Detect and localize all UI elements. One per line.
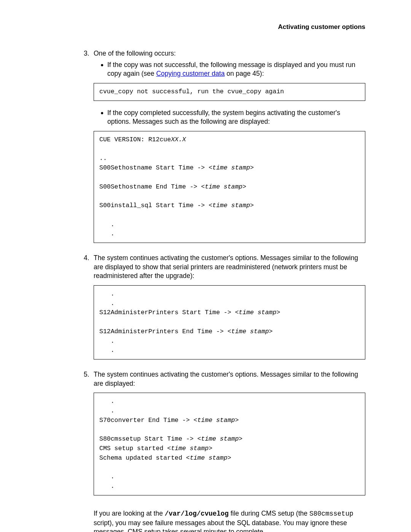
code-line: S12AdministerPrinters End Time -> bbox=[99, 328, 228, 335]
code-line: . bbox=[99, 300, 115, 307]
step-4-intro: The system continues activating the cust… bbox=[94, 254, 365, 281]
code-line: . bbox=[99, 407, 115, 414]
content-area: 3. One of the following occurs: ● If the… bbox=[84, 49, 365, 532]
bullet-icon: ● bbox=[100, 109, 107, 126]
step-4-number: 4. bbox=[84, 254, 94, 367]
code-line: . bbox=[99, 337, 115, 345]
step-5-code: . . S70converter End Time -> <time stamp… bbox=[94, 393, 365, 495]
step-5-note: If you are looking at the /var/log/cvuel… bbox=[94, 509, 365, 532]
code-line-italic: <time stamp> bbox=[186, 454, 231, 462]
code-line: cvue_copy not successful, run the cvue_c… bbox=[99, 88, 284, 95]
code-line-italic: XX.X bbox=[171, 136, 186, 143]
code-line: S12AdministerPrinters Start Time -> bbox=[99, 309, 235, 316]
code-line: CMS setup started bbox=[99, 445, 167, 452]
code-line-italic: <time stamp> bbox=[167, 445, 212, 452]
step-5-intro: The system continues activating the cust… bbox=[94, 370, 365, 388]
code-line: . bbox=[99, 473, 115, 480]
step-3-code-1: cvue_copy not successful, run the cvue_c… bbox=[94, 83, 365, 101]
code-line-italic: <time stamp> bbox=[194, 417, 239, 424]
code-line-italic: <time stamp> bbox=[235, 309, 280, 316]
code-line-italic: <time stamp> bbox=[201, 183, 246, 190]
step-5-number: 5. bbox=[84, 370, 94, 503]
code-line: S00Sethostname End Time -> bbox=[99, 183, 201, 190]
code-line: Schema updated started bbox=[99, 454, 186, 462]
step-3-bullet-2: ● If the copy completed successfully, th… bbox=[100, 109, 365, 126]
note-text-c: script), you may see failure messages ab… bbox=[94, 519, 347, 532]
code-line-italic: <time stamp> bbox=[209, 164, 254, 171]
step-3-bullet-2-text: If the copy completed successfully, the … bbox=[107, 109, 365, 126]
code-line: CUE VERSION: R12cue bbox=[99, 136, 171, 143]
step-4-code: . . S12AdministerPrinters Start Time -> … bbox=[94, 285, 365, 359]
code-line: S70converter End Time -> bbox=[99, 417, 194, 424]
step-3-bullet-1-text-b: on page 45): bbox=[225, 70, 264, 77]
step-3-intro: One of the following occurs: bbox=[94, 49, 365, 58]
code-line: .. bbox=[99, 155, 107, 162]
bullet-icon: ● bbox=[100, 61, 107, 78]
step-3: 3. One of the following occurs: ● If the… bbox=[84, 49, 365, 251]
note-path: /var/log/cvuelog bbox=[165, 510, 229, 518]
code-line-italic: <time stamp> bbox=[197, 435, 242, 443]
step-3-code-2: CUE VERSION: R12cueXX.X .. S00Sethostnam… bbox=[94, 131, 365, 243]
step-3-bullet-1: ● If the copy was not successful, the fo… bbox=[100, 61, 365, 78]
note-text-a: If you are looking at the bbox=[94, 510, 165, 517]
code-line: S80cmssetup Start Time -> bbox=[99, 435, 197, 443]
code-line: . bbox=[99, 230, 115, 237]
code-line: . bbox=[99, 347, 115, 354]
code-line-italic: <time stamp> bbox=[209, 202, 254, 209]
page-header: Activating customer options bbox=[46, 23, 365, 32]
code-line: . bbox=[99, 398, 115, 405]
copying-customer-data-link[interactable]: Copying customer data bbox=[156, 70, 225, 77]
note-text-b: file during CMS setup (the bbox=[229, 510, 309, 517]
code-line: S00install_sql Start Time -> bbox=[99, 202, 209, 209]
code-line: . bbox=[99, 221, 115, 228]
step-3-number: 3. bbox=[84, 49, 94, 251]
note-script: S80cmssetup bbox=[309, 510, 354, 518]
step-5: 5. The system continues activating the c… bbox=[84, 370, 365, 503]
code-line: . bbox=[99, 290, 115, 297]
code-line: S00Sethostname Start Time -> bbox=[99, 164, 209, 171]
step-4: 4. The system continues activating the c… bbox=[84, 254, 365, 367]
code-line: . bbox=[99, 482, 115, 490]
code-line-italic: <time stamp> bbox=[228, 328, 273, 335]
